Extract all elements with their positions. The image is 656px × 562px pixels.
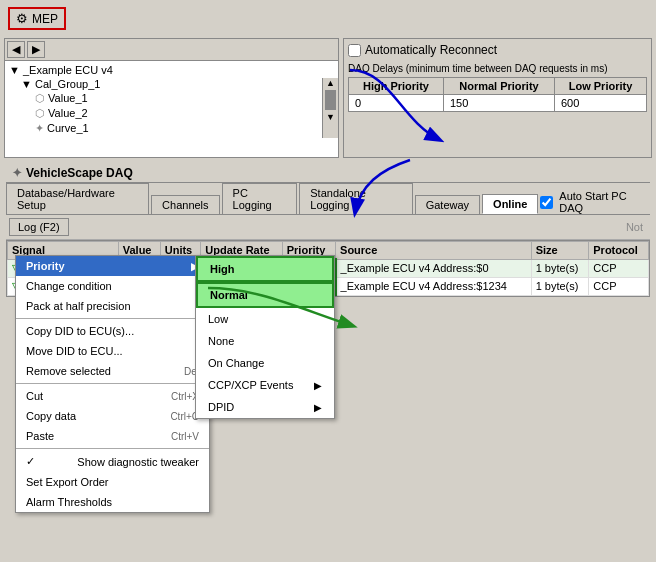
high-priority-input[interactable]: [355, 97, 395, 109]
scroll-down-btn[interactable]: ▼: [323, 112, 338, 122]
tree-item[interactable]: ⬡ Value_1: [7, 91, 336, 106]
expand-icon: ▼: [9, 64, 20, 76]
submenu-label: CCP/XCP Events: [208, 379, 293, 391]
ctx-separator: [16, 383, 209, 384]
priority-submenu: High Normal Low None On Change CCP/XCP E…: [195, 255, 335, 419]
ctx-shortcut: Ctrl+V: [171, 431, 199, 442]
auto-start-label: Auto Start PC DAQ: [559, 190, 646, 214]
tree-toolbar: ◀ ▶: [5, 39, 338, 61]
tree-node-label: _Example ECU v4: [23, 64, 113, 76]
ctx-item-export-order[interactable]: Set Export Order: [16, 472, 209, 492]
tab-database-hardware-setup[interactable]: Database/Hardware Setup: [6, 183, 149, 214]
submenu-item-on-change[interactable]: On Change: [196, 352, 334, 374]
submenu-item-low[interactable]: Low: [196, 308, 334, 330]
signal-source: _Example ECU v4 Address:$0: [336, 259, 532, 277]
submenu-label: Normal: [210, 289, 248, 301]
submenu-label: Low: [208, 313, 228, 325]
submenu-item-none[interactable]: None: [196, 330, 334, 352]
tab-online[interactable]: Online: [482, 194, 538, 214]
tree-item[interactable]: ▼ Cal_Group_1: [7, 77, 336, 91]
tree-back-btn[interactable]: ◀: [7, 41, 25, 58]
auto-reconnect-row: Automatically Reconnect: [348, 43, 647, 57]
tree-item[interactable]: ✦ Curve_1: [7, 121, 336, 136]
tree-node-label: Curve_1: [47, 122, 89, 134]
scroll-thumb[interactable]: [325, 90, 336, 110]
signal-size: 1 byte(s): [531, 277, 589, 295]
auto-reconnect-label: Automatically Reconnect: [365, 43, 497, 57]
title-bar: ⚙ MEP: [8, 7, 66, 30]
col-normal-priority: Normal Priority: [443, 78, 554, 95]
high-priority-value[interactable]: [349, 95, 444, 112]
daq-title-bar: ✦ VehicleScape DAQ: [6, 164, 650, 183]
ctx-item-remove[interactable]: Remove selected Del: [16, 361, 209, 381]
ctx-label: Show diagnostic tweaker: [77, 456, 199, 468]
daq-delays-table: High Priority Normal Priority Low Priori…: [348, 77, 647, 112]
submenu-item-normal[interactable]: Normal: [196, 282, 334, 308]
ctx-label: Cut: [26, 390, 43, 402]
submenu-item-high[interactable]: High: [196, 256, 334, 282]
ctx-item-pack-half-precision[interactable]: Pack at half precision: [16, 296, 209, 316]
ctx-label: Copy data: [26, 410, 76, 422]
submenu-label: On Change: [208, 357, 264, 369]
signal-size: 1 byte(s): [531, 259, 589, 277]
normal-priority-input[interactable]: [450, 97, 490, 109]
submenu-label: None: [208, 335, 234, 347]
left-panel: ◀ ▶ ▼ _Example ECU v4 ▼ Cal_Group_1 ⬡ Va…: [4, 38, 339, 158]
ctx-item-cut[interactable]: Cut Ctrl+X: [16, 386, 209, 406]
auto-start-checkbox[interactable]: [540, 196, 553, 209]
normal-priority-value[interactable]: [443, 95, 554, 112]
ctx-item-paste[interactable]: Paste Ctrl+V: [16, 426, 209, 446]
ctx-separator: [16, 318, 209, 319]
ctx-check-icon: ✓: [26, 455, 35, 468]
right-panel: Automatically Reconnect DAQ Delays (mini…: [343, 38, 652, 158]
ctx-label: Paste: [26, 430, 54, 442]
low-priority-input[interactable]: [561, 97, 601, 109]
low-priority-value[interactable]: [555, 95, 647, 112]
tree-item[interactable]: ⬡ Value_2: [7, 106, 336, 121]
ctx-label: Change condition: [26, 280, 112, 292]
curve-icon: ✦: [35, 122, 44, 134]
submenu-item-ccp-xcp[interactable]: CCP/XCP Events ▶: [196, 374, 334, 396]
submenu-label: DPID: [208, 401, 234, 413]
ctx-label: Pack at half precision: [26, 300, 131, 312]
submenu-arrow-icon: ▶: [314, 402, 322, 413]
tree-node-label: Value_2: [48, 107, 88, 119]
daq-title-label: VehicleScape DAQ: [26, 166, 133, 180]
ctx-item-priority[interactable]: Priority ▶: [16, 256, 209, 276]
tab-pc-logging[interactable]: PC Logging: [222, 183, 298, 214]
expand-icon: ▼: [21, 78, 32, 90]
ctx-item-move-did[interactable]: Move DID to ECU...: [16, 341, 209, 361]
ctx-label: Set Export Order: [26, 476, 109, 488]
tabs-right-controls: Auto Start PC DAQ: [540, 190, 650, 214]
tabs-row: Database/Hardware Setup Channels PC Logg…: [6, 183, 650, 215]
tree-node-label: Cal_Group_1: [35, 78, 100, 90]
tree-node-label: Value_1: [48, 92, 88, 104]
scroll-up-btn[interactable]: ▲: [323, 78, 338, 88]
value-icon: ⬡: [35, 107, 45, 119]
col-size: Size: [531, 242, 589, 260]
ctx-item-alarm-thresholds[interactable]: Alarm Thresholds: [16, 492, 209, 512]
not-logging-label: Not: [626, 221, 647, 233]
ctx-label: Copy DID to ECU(s)...: [26, 325, 134, 337]
tab-gateway[interactable]: Gateway: [415, 195, 480, 214]
tree-item[interactable]: ▼ _Example ECU v4: [7, 63, 336, 77]
ctx-item-copy-data[interactable]: Copy data Ctrl+C: [16, 406, 209, 426]
auto-reconnect-checkbox[interactable]: [348, 44, 361, 57]
tab-channels[interactable]: Channels: [151, 195, 219, 214]
col-high-priority: High Priority: [349, 78, 444, 95]
daq-delays-title: DAQ Delays (minimum time between DAQ req…: [348, 63, 647, 74]
log-button[interactable]: Log (F2): [9, 218, 69, 236]
ctx-item-show-diagnostic[interactable]: ✓ Show diagnostic tweaker: [16, 451, 209, 472]
ctx-label: Alarm Thresholds: [26, 496, 112, 508]
ctx-label: Priority: [26, 260, 65, 272]
ctx-item-copy-did[interactable]: Copy DID to ECU(s)...: [16, 321, 209, 341]
submenu-item-dpid[interactable]: DPID ▶: [196, 396, 334, 418]
tab-standalone-logging[interactable]: Standalone Logging: [299, 183, 412, 214]
ctx-label: Remove selected: [26, 365, 111, 377]
submenu-arrow-icon: ▶: [314, 380, 322, 391]
ctx-item-change-condition[interactable]: Change condition: [16, 276, 209, 296]
signal-protocol: CCP: [589, 259, 649, 277]
signal-protocol: CCP: [589, 277, 649, 295]
tree-fwd-btn[interactable]: ▶: [27, 41, 45, 58]
tree-scrollbar[interactable]: ▲ ▼: [322, 78, 338, 138]
